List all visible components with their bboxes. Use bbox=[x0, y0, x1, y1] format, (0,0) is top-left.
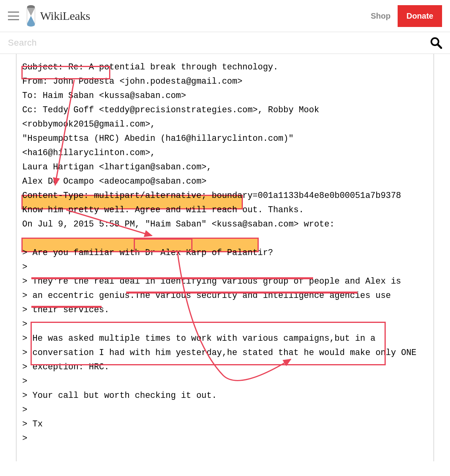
email-body: On Jul 9, 2015 5:58 PM, "Haim Saban" <ku… bbox=[22, 217, 428, 231]
wikileaks-hourglass-icon bbox=[25, 4, 37, 28]
quoted-line: > their services. bbox=[22, 303, 428, 317]
donate-button[interactable]: Donate bbox=[398, 5, 442, 27]
email-body: Know him pretty well. Agree and will rea… bbox=[22, 203, 428, 217]
quoted-line: > Tx bbox=[22, 417, 428, 431]
email-cc: <robbymook2015@gmail.com>, bbox=[22, 117, 428, 131]
email-from: From: John Podesta <john.podesta@gmail.c… bbox=[22, 74, 428, 88]
email-to: To: Haim Saban <kussa@saban.com> bbox=[22, 88, 428, 103]
svg-point-1 bbox=[27, 23, 35, 27]
hamburger-menu-icon[interactable] bbox=[8, 12, 19, 20]
quoted-line: > an eccentric genius.The various securi… bbox=[22, 288, 428, 303]
quoted-line: > bbox=[22, 317, 428, 331]
logo[interactable]: WikiLeaks bbox=[25, 4, 371, 28]
quoted-line: > Are you familiar with Dr Alex Karp of … bbox=[22, 246, 428, 260]
email-cc: Laura Hartigan <lhartigan@saban.com>, bbox=[22, 160, 428, 174]
header-actions: Shop Donate bbox=[371, 5, 442, 27]
quoted-line: > bbox=[22, 403, 428, 417]
site-header: WikiLeaks Shop Donate bbox=[0, 0, 450, 32]
email-content: Subject: Re: A potential break through t… bbox=[16, 54, 434, 461]
email-cc: "Hspeumpottsa (HRC) Abedin (ha16@hillary… bbox=[22, 131, 428, 160]
search-input[interactable] bbox=[8, 38, 430, 48]
quoted-line: > Your call but worth checking it out. bbox=[22, 388, 428, 403]
email-cc: Cc: Teddy Goff <teddy@precisionstrategie… bbox=[22, 103, 428, 117]
blank-line bbox=[22, 231, 428, 246]
email-cc: Alex De Ocampo <adeocampo@saban.com> bbox=[22, 174, 428, 188]
email-subject: Subject: Re: A potential break through t… bbox=[22, 60, 428, 74]
brand-name: WikiLeaks bbox=[40, 9, 90, 23]
quoted-line: > conversation I had with him yesterday,… bbox=[22, 345, 428, 360]
quoted-line: > He was asked multiple times to work wi… bbox=[22, 331, 428, 345]
quoted-line: > bbox=[22, 260, 428, 274]
search-bar bbox=[0, 32, 450, 54]
quoted-line: > They're the real deal in identifying v… bbox=[22, 274, 428, 288]
quoted-line: > bbox=[22, 431, 428, 445]
search-icon[interactable] bbox=[430, 37, 442, 49]
quoted-line: > bbox=[22, 374, 428, 388]
quoted-line: > exception: HRC. bbox=[22, 360, 428, 374]
shop-link[interactable]: Shop bbox=[371, 12, 390, 21]
email-content-type: Content-Type: multipart/alternative; bou… bbox=[22, 188, 428, 203]
svg-line-3 bbox=[438, 44, 441, 48]
